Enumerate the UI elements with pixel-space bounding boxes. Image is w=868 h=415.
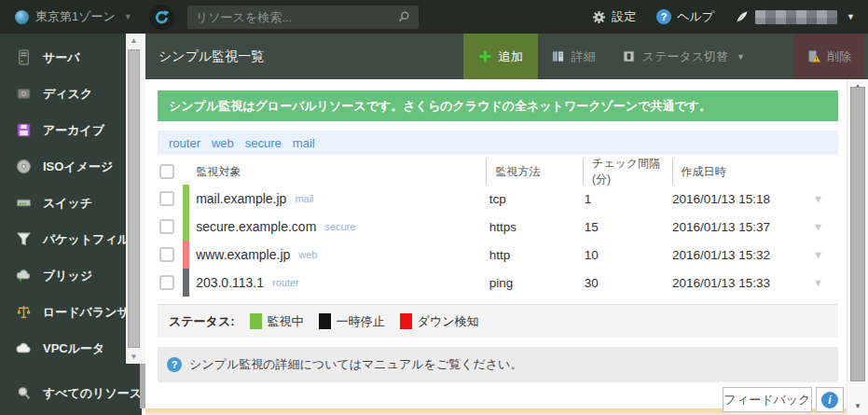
monitor-table: 監視対象 監視方法 チェック間隔(分) 作成日時 mail.example.jp… (158, 159, 838, 297)
created-at: 2016/01/13 15:33 (672, 276, 770, 290)
monitor-method: https (489, 220, 517, 234)
table-row[interactable]: secure.example.comsecurehttps152016/01/1… (158, 213, 838, 241)
row-tag[interactable]: router (272, 277, 299, 288)
sidebar-item-switch[interactable]: スイッチ (0, 185, 142, 221)
legend-swatch (400, 313, 412, 329)
zone-selector[interactable]: 東京第1ゾーン ▼ (0, 8, 142, 25)
iso-icon (16, 159, 32, 174)
row-menu-caret[interactable]: ▼ (813, 221, 823, 232)
account-menu[interactable]: ▼ (735, 9, 855, 24)
row-tag[interactable]: secure (324, 221, 355, 232)
legend-label: ステータス: (169, 313, 235, 330)
legend-text: 一時停止 (337, 313, 385, 330)
delete-warning-icon (806, 49, 820, 63)
monitor-method: ping (489, 276, 514, 290)
row-checkbox[interactable] (159, 247, 174, 262)
sidebar-item-iso[interactable]: ISOイメージ (0, 148, 142, 185)
sidebar-scrollbar[interactable]: ▲ ▼ (126, 34, 142, 364)
table-header-row: 監視対象 監視方法 チェック間隔(分) 作成日時 (158, 159, 838, 185)
global-resource-banner: シンプル監視はグローバルリソースです。さくらのクラウドの全ネットワークゾーンで共… (158, 90, 838, 121)
tag-filter-bar: routerwebsecuremail (158, 131, 838, 155)
feather-icon (735, 9, 750, 24)
sidebar-item-all-resources[interactable]: すべてのリソース (0, 375, 142, 411)
info-help-icon: ? (167, 357, 182, 372)
detail-button[interactable]: 詳細 (538, 34, 609, 79)
monitor-target[interactable]: mail.example.jp (196, 191, 286, 206)
legend-text: 監視中 (268, 313, 304, 330)
sidebar-item-packetfilter[interactable]: パケットフィルタ (0, 221, 142, 257)
scroll-down-icon[interactable]: ▼ (847, 399, 868, 413)
monitor-target[interactable]: 203.0.113.1 (196, 275, 264, 290)
row-checkbox[interactable] (159, 219, 174, 234)
column-header-target: 監視対象 (184, 159, 487, 185)
check-interval: 10 (585, 248, 599, 262)
scroll-down-icon[interactable]: ▼ (126, 350, 142, 364)
sidebar-item-bridge[interactable]: ブリッジ (0, 257, 142, 294)
tag-link-web[interactable]: web (212, 136, 234, 150)
toolbar: 追加 詳細 ステータス切替 ▼ (463, 34, 868, 79)
row-tag[interactable]: mail (295, 193, 313, 204)
monitor-target[interactable]: secure.example.com (196, 219, 316, 234)
status-bar (183, 213, 189, 241)
gear-icon (592, 10, 606, 24)
created-at: 2016/01/13 15:37 (672, 220, 770, 234)
delete-label: 削除 (827, 48, 851, 65)
check-interval: 1 (585, 192, 592, 206)
refresh-button[interactable] (149, 5, 174, 30)
main-content: シンプル監視はグローバルリソースです。さくらのクラウドの全ネットワークゾーンで共… (145, 79, 847, 415)
legend-item-down: ダウン検知 (400, 313, 479, 330)
chevron-down-icon: ▼ (124, 12, 132, 21)
search-input[interactable] (196, 10, 397, 24)
sidebar-item-server[interactable]: サーバ (0, 39, 142, 76)
sidebar-item-label: ディスク (43, 86, 92, 103)
sidebar: サーバディスクアーカイブISOイメージスイッチパケットフィルタブリッジロードバラ… (0, 34, 142, 415)
row-checkbox[interactable] (159, 191, 174, 206)
add-button[interactable]: 追加 (463, 34, 538, 79)
sidebar-scrollbar-thumb[interactable] (128, 49, 140, 348)
monitor-target[interactable]: www.example.jp (196, 247, 290, 262)
settings-button[interactable]: 設定 (592, 8, 636, 25)
legend-swatch (250, 313, 262, 329)
settings-label: 設定 (612, 8, 636, 25)
scroll-up-icon[interactable]: ▲ (126, 34, 142, 48)
info-button[interactable]: i (816, 387, 844, 412)
help-icon: ? (656, 9, 671, 24)
check-interval: 15 (585, 220, 599, 234)
detail-label: 詳細 (572, 48, 596, 65)
globe-icon (15, 10, 29, 24)
switch-icon (16, 195, 32, 211)
select-all-checkbox[interactable] (159, 164, 174, 179)
content-scrollbar-thumb[interactable] (850, 87, 865, 381)
delete-button[interactable]: 削除 (793, 34, 864, 79)
table-row[interactable]: mail.example.jpmailtcp12016/01/13 15:18▼ (158, 185, 838, 213)
chevron-down-icon: ▼ (737, 52, 745, 62)
status-toggle-button[interactable]: ステータス切替 ▼ (609, 34, 758, 79)
help-button[interactable]: ? ヘルプ (656, 8, 714, 25)
zone-label: 東京第1ゾーン (35, 8, 116, 25)
tag-link-router[interactable]: router (169, 136, 200, 150)
table-row[interactable]: www.example.jpwebhttp102016/01/13 15:32▼ (158, 241, 838, 269)
tag-link-mail[interactable]: mail (293, 136, 315, 150)
sidebar-item-archive[interactable]: アーカイブ (0, 112, 142, 148)
row-tag[interactable]: web (298, 249, 317, 260)
status-bar (183, 269, 189, 297)
feedback-button[interactable]: フィードバック (723, 387, 812, 412)
row-menu-caret[interactable]: ▼ (813, 193, 823, 204)
magnifier-icon (16, 385, 32, 401)
table-row[interactable]: 203.0.113.1routerping302016/01/13 15:33▼ (158, 269, 838, 297)
sidebar-item-loadbalancer[interactable]: ロードバランサ (0, 294, 142, 330)
row-checkbox[interactable] (159, 275, 174, 290)
disk-icon (16, 86, 32, 102)
sidebar-gutter (142, 34, 145, 364)
row-menu-caret[interactable]: ▼ (813, 277, 823, 288)
app-window: 東京第1ゾーン ▼ (0, 0, 868, 415)
sidebar-item-disk[interactable]: ディスク (0, 76, 142, 112)
content-scrollbar[interactable]: ▲ ▼ (847, 79, 868, 415)
manual-info-box: ? シンプル監視の詳細についてはマニュアルをご覧ください。 (158, 347, 838, 382)
manual-info-text[interactable]: シンプル監視の詳細についてはマニュアルをご覧ください。 (189, 356, 522, 373)
status-bar (183, 241, 189, 269)
sidebar-item-vpcrouter[interactable]: VPCルータ (0, 330, 142, 367)
row-menu-caret[interactable]: ▼ (813, 249, 823, 260)
status-bar (183, 185, 189, 213)
tag-link-secure[interactable]: secure (245, 136, 282, 150)
